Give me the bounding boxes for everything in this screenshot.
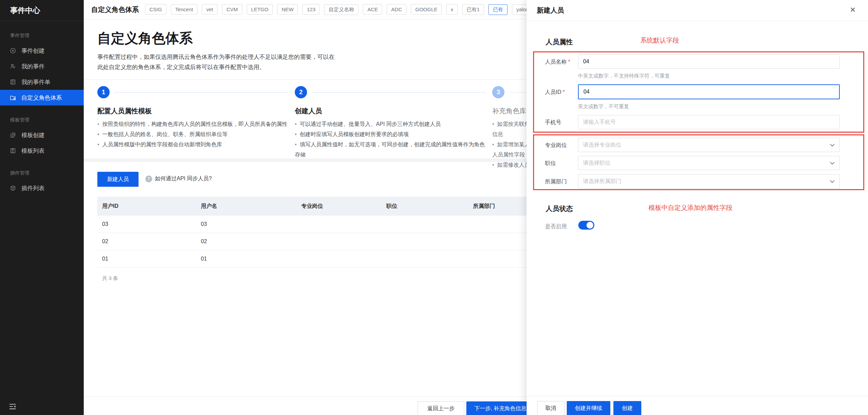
create-user-drawer: 新建人员 ✕ 人员属性 系统默认字段 人员名称* 中英文或数字，不支持特殊字符，… — [527, 0, 868, 415]
step-number-badge: 2 — [295, 86, 307, 98]
sidebar-group: 插件管理 插件列表 — [0, 170, 84, 196]
role-system-tab[interactable]: ACE — [363, 4, 382, 15]
sidebar-item-事件创建[interactable]: 事件创建 — [0, 43, 84, 59]
id-input[interactable] — [578, 84, 840, 99]
enable-label: 是否启用 — [545, 223, 567, 230]
template-list-icon — [10, 147, 16, 154]
close-icon[interactable]: ✕ — [850, 6, 856, 14]
step-number-badge: 3 — [492, 86, 504, 98]
my-events-icon — [10, 63, 16, 70]
sidebar-item-label: 自定义角色体系 — [21, 94, 62, 102]
help-text: 如何通过API 同步人员? — [155, 175, 212, 182]
role-system-tab[interactable]: CSIG — [145, 4, 166, 15]
step-bullet: •按照贵组织的特性，构建角色库内人员的属性信息模板，即人员所具备的属性 — [97, 119, 288, 129]
sidebar-group-label: 事件管理 — [10, 33, 74, 39]
sidebar-item-我的事件单[interactable]: 我的事件单 — [0, 74, 84, 90]
id-field-label: 人员ID* — [545, 89, 565, 96]
step: 2 创建人员 •可以通过手动创建、批量导入、API 同步三种方式创建人员•创建时… — [295, 86, 485, 160]
sidebar-item-label: 模板列表 — [21, 147, 45, 155]
role-system-tab[interactable]: GOOGLE — [411, 4, 442, 15]
position-field-label: 职位 — [545, 160, 556, 167]
drawer-title: 新建人员 — [527, 0, 868, 21]
sidebar-item-label: 我的事件 — [21, 63, 45, 70]
role-system-tab[interactable]: LETGO — [247, 4, 273, 15]
next-step-button[interactable]: 下一步, 补充角色信息 — [466, 401, 534, 415]
chevron-down-icon — [830, 144, 835, 147]
sidebar-groups: 事件管理 事件创建 我的事件 我的事件单 自定义角色体系 模板管理 模板创建 模… — [0, 33, 84, 196]
role-system-tab[interactable]: vet — [202, 4, 218, 15]
custom-roles-icon — [10, 94, 16, 101]
step-title: 配置人员属性模板 — [97, 106, 288, 116]
help-icon: ? — [145, 176, 152, 182]
sidebar-item-label: 事件创建 — [21, 47, 45, 55]
role-system-tab[interactable]: 123 — [302, 4, 320, 15]
role-system-tab[interactable]: 已有1 — [462, 4, 484, 15]
role-system-tab[interactable]: 已有 — [488, 4, 508, 15]
name-helper: 中英文或数字，不支持特殊字符，可重复 — [578, 73, 670, 79]
plugin-list-icon — [10, 185, 16, 192]
page-description: 事件配置过程中，如果仅选用腾讯云角色体系作为事件的处理人不足以满足您的需要，可以… — [97, 52, 335, 72]
step-bullet: •可以通过手动创建、批量导入、API 同步三种方式创建人员 — [295, 119, 485, 129]
app-title: 事件中心 — [0, 0, 84, 21]
topbar-title: 自定义角色体系 — [91, 5, 139, 14]
sidebar-item-模板列表[interactable]: 模板列表 — [0, 143, 84, 159]
id-helper: 英文或数字，不可重复 — [578, 103, 629, 110]
role-system-tab[interactable]: 自定义名称 — [324, 4, 358, 15]
role-system-tab[interactable]: NEW — [277, 4, 298, 15]
collapse-sidebar-icon[interactable] — [9, 403, 16, 410]
sidebar-item-自定义角色体系[interactable]: 自定义角色体系 — [0, 90, 84, 105]
my-tickets-icon — [10, 79, 16, 85]
role-system-tab[interactable]: ADC — [387, 4, 406, 15]
sidebar-item-label: 我的事件单 — [21, 78, 50, 86]
step-bullet: •创建时应填写人员模板创建时所要求的必填项 — [295, 129, 485, 139]
chevron-down-icon — [830, 162, 835, 165]
chevron-down-icon — [830, 180, 835, 183]
step-connector — [114, 92, 288, 93]
api-sync-help-link[interactable]: ? 如何通过API 同步人员? — [145, 175, 212, 182]
job-select[interactable]: 请选择专业岗位 — [578, 138, 840, 152]
table-cell: 02 — [196, 238, 296, 245]
tab-list: CSIGTencentvetCVMLETGONEW123自定义名称ACEADCG… — [145, 4, 574, 15]
role-system-tab[interactable]: CVM — [222, 4, 242, 15]
position-select[interactable]: 请选择职位 — [578, 156, 840, 170]
table-header-cell: 用户ID — [97, 203, 196, 210]
sidebar-group: 模板管理 模板创建 模板列表 — [0, 117, 84, 159]
cancel-button[interactable]: 取消 — [537, 401, 564, 415]
name-input[interactable] — [578, 54, 840, 69]
sidebar-group: 事件管理 事件创建 我的事件 我的事件单 自定义角色体系 — [0, 33, 84, 105]
role-system-tab[interactable]: Tencent — [171, 4, 198, 15]
job-field-label: 专业岗位 — [545, 142, 567, 149]
template-create-icon — [10, 132, 16, 138]
phone-field-label: 手机号 — [545, 119, 561, 126]
name-field-label: 人员名称* — [545, 59, 570, 66]
phone-input[interactable] — [578, 115, 840, 129]
department-select[interactable]: 请选择所属部门 — [578, 174, 840, 188]
annotation-default-fields: 系统默认字段 — [640, 36, 679, 45]
section-person-attrs: 人员属性 — [546, 37, 573, 47]
sidebar-group-label: 模板管理 — [10, 117, 74, 123]
table-cell: 03 — [97, 221, 196, 227]
enable-toggle[interactable] — [578, 221, 594, 230]
create-user-button[interactable]: 新建人员 — [97, 172, 139, 187]
back-button[interactable]: 返回上一步 — [418, 401, 464, 415]
sidebar-item-模板创建[interactable]: 模板创建 — [0, 127, 84, 143]
create-and-continue-button[interactable]: 创建并继续 — [567, 401, 610, 415]
sidebar-item-我的事件[interactable]: 我的事件 — [0, 59, 84, 74]
department-field-label: 所属部门 — [545, 178, 567, 185]
step-number-badge: 1 — [97, 86, 110, 98]
sidebar: 事件中心 事件管理 事件创建 我的事件 我的事件单 自定义角色体系 模板管理 模… — [0, 0, 84, 415]
step: 1 配置人员属性模板 •按照贵组织的特性，构建角色库内人员的属性信息模板，即人员… — [97, 86, 288, 150]
sidebar-item-插件列表[interactable]: 插件列表 — [0, 180, 84, 196]
table-cell: 01 — [196, 256, 296, 262]
step-bullet: •人员属性模版中的属性字段都会自动新增到角色库 — [97, 139, 288, 150]
annotation-custom-fields: 模板中自定义添加的属性字段 — [648, 203, 733, 212]
table-cell: 01 — [97, 256, 196, 262]
table-cell: 02 — [97, 238, 196, 245]
step-title: 创建人员 — [295, 106, 485, 116]
drawer-footer: 取消 创建并继续 创建 — [527, 396, 868, 415]
role-system-tab[interactable]: x — [446, 4, 458, 15]
page-title: 自定义角色体系 — [97, 29, 193, 48]
create-button[interactable]: 创建 — [613, 401, 641, 415]
step-bullet: •一般包括人员的姓名、岗位、职务、所属组织单位等 — [97, 129, 288, 139]
sidebar-item-label: 模板创建 — [21, 131, 45, 139]
